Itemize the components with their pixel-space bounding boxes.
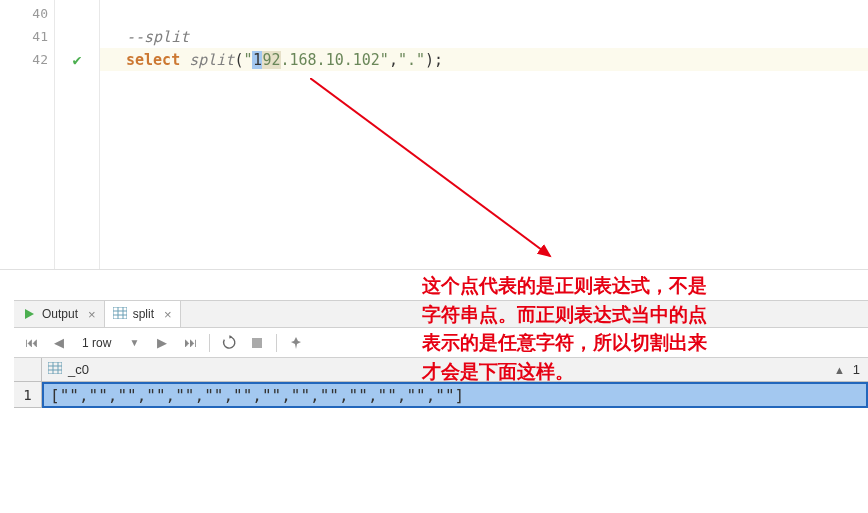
code-text-area[interactable]: --split select split ( "192.168.10.102" … <box>100 0 868 269</box>
next-page-button[interactable]: ▶ <box>153 335 171 350</box>
sql-comment: --split <box>126 28 189 46</box>
line-number: 40 <box>0 2 54 25</box>
sql-function: split <box>189 51 234 69</box>
annotation-note: 这个点代表的是正则表达式，不是 字符串点。而正则表达式当中的点 表示的是任意字符… <box>422 272 852 386</box>
row-number-header <box>14 358 42 381</box>
stop-button[interactable] <box>248 337 266 349</box>
table-icon <box>48 362 62 377</box>
dropdown-icon[interactable]: ▼ <box>125 337 143 348</box>
rows-count-label: 1 row <box>78 336 115 350</box>
run-icon <box>22 307 36 321</box>
tab-label: Output <box>42 307 78 321</box>
code-editor: 40 41 42 ✔ --split select split ( "192.1… <box>0 0 868 270</box>
table-icon <box>113 307 127 321</box>
line-number: 42 <box>0 48 54 71</box>
sort-index: 1 <box>853 362 860 377</box>
svg-rect-10 <box>48 362 62 374</box>
active-line[interactable]: select split ( "192.168.10.102" , "." ) … <box>100 48 868 71</box>
sql-keyword: select <box>126 51 180 69</box>
column-name: _c0 <box>68 362 89 377</box>
prev-page-button[interactable]: ◀ <box>50 335 68 350</box>
marker-gutter: ✔ <box>55 0 100 269</box>
svg-rect-3 <box>113 307 127 319</box>
row-number: 1 <box>14 382 42 408</box>
refresh-button[interactable] <box>220 335 238 350</box>
tab-label: split <box>133 307 154 321</box>
check-icon: ✔ <box>72 51 81 69</box>
first-page-button[interactable]: ⏮ <box>22 335 40 350</box>
svg-marker-2 <box>25 309 34 319</box>
last-page-button[interactable]: ⏭ <box>181 335 199 350</box>
pin-button[interactable] <box>287 336 305 350</box>
close-icon[interactable]: × <box>88 307 96 322</box>
tab-output[interactable]: Output × <box>14 301 105 327</box>
line-number-gutter: 40 41 42 <box>0 0 55 269</box>
tab-split[interactable]: split × <box>105 301 181 327</box>
line-number: 41 <box>0 25 54 48</box>
text-selection: 1 <box>252 51 262 69</box>
svg-rect-9 <box>252 338 262 348</box>
close-icon[interactable]: × <box>164 307 172 322</box>
